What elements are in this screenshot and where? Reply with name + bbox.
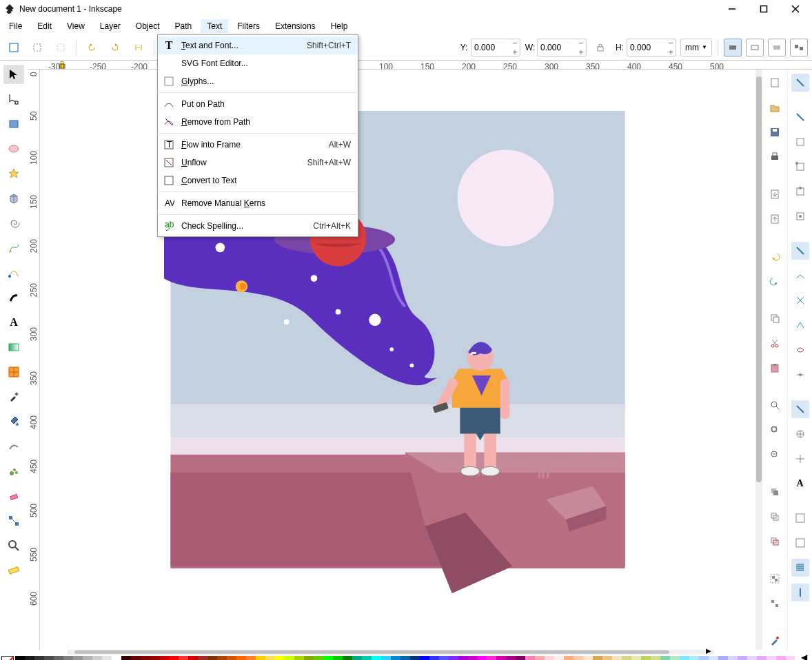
swatch[interactable] — [709, 656, 718, 660]
swatch[interactable] — [141, 656, 150, 660]
layer-arrow-icon[interactable]: ▶ — [706, 647, 711, 654]
menu-extensions[interactable]: Extensions — [269, 19, 322, 33]
swatch[interactable] — [516, 656, 525, 660]
swatch[interactable] — [525, 656, 535, 660]
snap-cusp-icon[interactable] — [791, 316, 809, 334]
redo-icon[interactable] — [766, 272, 784, 290]
menu-filters[interactable]: Filters — [231, 19, 266, 33]
close-button[interactable] — [786, 1, 805, 17]
new-doc-icon[interactable] — [766, 74, 784, 92]
snap-guide2-icon[interactable] — [791, 584, 809, 601]
paste-icon[interactable] — [766, 359, 784, 377]
dropper-tool[interactable] — [3, 387, 24, 406]
w-input[interactable]: –+ — [537, 39, 587, 56]
zoom-drawing-icon[interactable] — [766, 421, 784, 439]
canvas[interactable] — [40, 70, 755, 650]
swatch[interactable] — [680, 656, 689, 660]
swatch[interactable] — [92, 656, 102, 660]
swatch[interactable] — [738, 656, 747, 660]
snap-smooth-icon[interactable] — [791, 341, 809, 359]
menu-remove-kerns[interactable]: AV Remove Manual Kerns — [158, 194, 358, 212]
swatch[interactable] — [333, 656, 343, 660]
snap-bbox-midpoint-icon[interactable] — [791, 183, 809, 200]
swatch[interactable] — [246, 656, 256, 660]
swatch[interactable] — [236, 656, 246, 660]
menu-flow-into-frame[interactable]: T Flow into Frame Alt+W — [158, 136, 358, 154]
print-icon[interactable] — [766, 148, 784, 166]
swatch[interactable] — [217, 656, 227, 660]
swatch[interactable] — [574, 656, 583, 660]
menu-svg-font-editor[interactable]: SVG Font Editor... — [158, 54, 358, 72]
clone-icon[interactable] — [766, 508, 784, 526]
horizontal-ruler[interactable]: -300-250-200-150-100-5005010015020025030… — [28, 61, 812, 70]
swatch[interactable] — [227, 656, 236, 660]
minimize-button[interactable] — [722, 1, 742, 17]
swatch[interactable] — [188, 656, 198, 660]
swatch[interactable] — [63, 656, 73, 660]
swatch[interactable] — [54, 656, 63, 660]
swatch[interactable] — [689, 656, 699, 660]
swatch[interactable] — [786, 656, 795, 660]
node-tool[interactable] — [3, 90, 24, 109]
transform-stroke-icon[interactable] — [724, 39, 742, 56]
snap-bbox-corner-icon[interactable] — [791, 158, 809, 176]
menu-layer[interactable]: Layer — [94, 19, 127, 33]
swatch[interactable] — [602, 656, 612, 660]
menu-object[interactable]: Object — [130, 19, 166, 33]
ungroup-icon[interactable] — [766, 595, 784, 612]
text-tool[interactable]: A — [3, 313, 24, 332]
swatch[interactable] — [429, 656, 439, 660]
swatch[interactable] — [207, 656, 217, 660]
selector-tool[interactable] — [3, 65, 24, 84]
swatch[interactable] — [362, 656, 372, 660]
swatch[interactable] — [198, 656, 207, 660]
snap-bbox-icon[interactable] — [791, 108, 809, 126]
swatch[interactable] — [102, 656, 112, 660]
swatch[interactable] — [612, 656, 622, 660]
menu-help[interactable]: Help — [325, 19, 354, 33]
swatch[interactable] — [179, 656, 188, 660]
swatch[interactable] — [660, 656, 670, 660]
swatch[interactable] — [545, 656, 554, 660]
swatch[interactable] — [439, 656, 449, 660]
menu-file[interactable]: File — [3, 19, 28, 33]
connector-tool[interactable] — [3, 511, 24, 530]
swatch[interactable] — [670, 656, 680, 660]
swatch[interactable] — [314, 656, 323, 660]
select-all-layers-icon[interactable] — [4, 38, 23, 57]
swatch[interactable] — [73, 656, 83, 660]
swatch[interactable] — [622, 656, 631, 660]
transform-corners-icon[interactable] — [746, 39, 764, 56]
mesh-tool[interactable] — [3, 362, 24, 382]
swatch[interactable] — [478, 656, 487, 660]
swatch[interactable] — [410, 656, 420, 660]
snap-grid-icon[interactable] — [791, 534, 809, 552]
snap-others-icon[interactable] — [791, 400, 809, 418]
swatch[interactable] — [420, 656, 429, 660]
eraser-tool[interactable] — [3, 486, 24, 506]
snap-intersection-icon[interactable] — [791, 291, 809, 309]
lock-icon[interactable] — [591, 38, 610, 57]
save-icon[interactable] — [766, 123, 784, 141]
swatch[interactable] — [718, 656, 728, 660]
zoom-fit-icon[interactable] — [766, 396, 784, 414]
swatch[interactable] — [170, 656, 179, 660]
h-input[interactable]: –+ — [627, 39, 676, 56]
pencil-tool[interactable] — [3, 238, 24, 258]
menu-remove-from-path[interactable]: Remove from Path — [158, 113, 358, 131]
bezier-tool[interactable] — [3, 263, 24, 282]
units-combo[interactable]: mm▼ — [680, 39, 712, 56]
export-icon[interactable] — [766, 210, 784, 228]
ellipse-tool[interactable] — [3, 139, 24, 158]
zoom-tool[interactable] — [3, 536, 24, 555]
menu-view[interactable]: View — [61, 19, 91, 33]
swatch[interactable] — [699, 656, 709, 660]
snap-page-border-icon[interactable] — [791, 509, 809, 527]
swatch[interactable] — [641, 656, 651, 660]
paint-bucket-tool[interactable] — [3, 412, 24, 431]
star-tool[interactable] — [3, 164, 24, 183]
snap-bbox-center-icon[interactable] — [791, 207, 809, 225]
no-fill-swatch[interactable] — [1, 656, 14, 660]
maximize-button[interactable] — [754, 1, 773, 17]
menu-text-and-font[interactable]: T Text and Font... Shift+Ctrl+T — [158, 37, 358, 54]
